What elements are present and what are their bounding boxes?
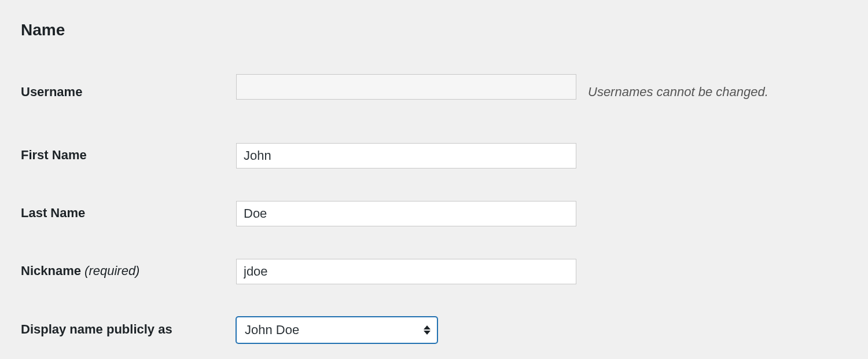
username-row: Username Usernames cannot be changed. (21, 74, 847, 111)
first-name-row: First Name (21, 143, 847, 168)
section-title: Name (21, 21, 847, 39)
first-name-field[interactable] (236, 143, 576, 168)
username-description: Usernames cannot be changed. (576, 85, 768, 100)
username-field (236, 74, 576, 100)
first-name-label: First Name (21, 147, 236, 164)
display-name-label: Display name publicly as (21, 321, 236, 338)
nickname-label: Nickname (required) (21, 263, 236, 280)
last-name-label: Last Name (21, 205, 236, 222)
nickname-required: (required) (84, 263, 139, 278)
display-name-row: Display name publicly as John Doe (21, 317, 847, 343)
username-label: Username (21, 84, 236, 101)
nickname-label-text: Nickname (21, 263, 81, 278)
last-name-field[interactable] (236, 201, 576, 226)
display-name-select[interactable]: John Doe (236, 317, 437, 343)
nickname-field[interactable] (236, 259, 576, 284)
nickname-row: Nickname (required) (21, 259, 847, 284)
last-name-row: Last Name (21, 201, 847, 226)
